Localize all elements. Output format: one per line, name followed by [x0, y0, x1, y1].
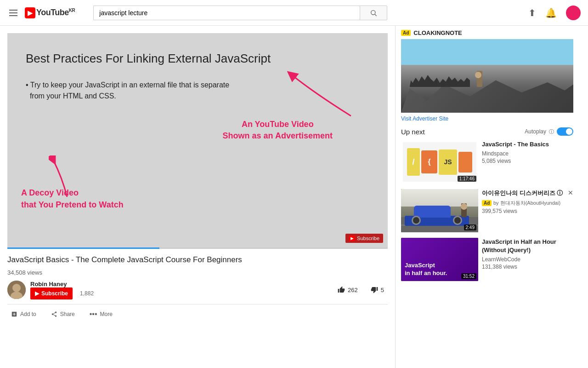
- annotation-ad: An YouTube VideoShown as an Advertisemen…: [223, 119, 333, 142]
- hamburger-menu[interactable]: [7, 8, 19, 18]
- video-meta: 34,508 views: [7, 269, 388, 276]
- subscribe-overlay[interactable]: ▶ Subscribe: [345, 234, 383, 243]
- youtube-logo[interactable]: ▶ YouTubeKR: [25, 7, 75, 18]
- up-next-header: Up next Autoplay ⓘ: [401, 127, 573, 136]
- arrow-decoy-svg: [49, 155, 81, 201]
- action-row: Add to Share ••• More: [7, 304, 388, 320]
- thumb-duration-1: 1:17:46: [458, 176, 476, 182]
- video-card-ad-badge-row: Ad by 현대자동차(AboutHyundai): [482, 199, 564, 207]
- thumb-duration-3: 31:52: [461, 273, 476, 279]
- like-dislike-area: 262 5: [334, 284, 388, 295]
- autoplay-toggle[interactable]: [557, 127, 573, 136]
- dislike-count: 5: [381, 287, 384, 293]
- video-card-channel-1: Mindspace: [482, 150, 573, 157]
- dismiss-button-2[interactable]: ✕: [568, 189, 573, 232]
- toggle-knob: [566, 128, 572, 135]
- video-card-title-3: JavaScript in Half an Hour (Without jQue…: [482, 238, 573, 254]
- video-card-title-2: 아이유인나의 디스커버리즈 ⓘ: [482, 189, 564, 197]
- ad-badge: Ad: [401, 30, 411, 36]
- video-progress-fill: [7, 247, 159, 249]
- subscribe-button[interactable]: ▶ Subscribe: [30, 288, 73, 299]
- like-count: 262: [348, 287, 358, 293]
- arrow-ad-svg: [277, 65, 360, 121]
- yt-small-icon: ▶: [349, 236, 355, 241]
- sidebar: Ad CLOAKINGNOTE Visit Advertiser Site Up…: [395, 26, 579, 368]
- notifications-icon[interactable]: 🔔: [545, 7, 557, 18]
- youtube-icon: ▶: [25, 7, 35, 18]
- user-avatar[interactable]: [566, 6, 581, 20]
- autoplay-label: Autoplay: [525, 128, 546, 135]
- main-layout: Best Practices For Linking External Java…: [0, 26, 588, 368]
- video-area: Best Practices For Linking External Java…: [0, 26, 395, 368]
- add-to-button[interactable]: Add to: [7, 309, 40, 319]
- like-button[interactable]: 262: [334, 284, 362, 295]
- video-player[interactable]: Best Practices For Linking External Java…: [7, 33, 388, 247]
- recommendation-card-3[interactable]: JavaScriptin half an hour. 31:52 JavaScr…: [401, 238, 573, 281]
- more-label: More: [100, 311, 113, 317]
- header-right: ⬆ 🔔: [528, 6, 581, 20]
- video-card-info-2: 아이유인나의 디스커버리즈 ⓘ Ad by 현대자동차(AboutHyundai…: [482, 189, 564, 232]
- slide-content: Best Practices For Linking External Java…: [7, 33, 388, 247]
- add-to-label: Add to: [20, 311, 36, 317]
- header-left: ▶ YouTubeKR: [7, 7, 75, 18]
- subscribe-overlay-label: Subscribe: [357, 236, 379, 241]
- video-card-channel-2: by 현대자동차(AboutHyundai): [493, 200, 560, 206]
- youtube-wordmark: YouTubeKR: [36, 8, 75, 17]
- visit-advertiser-link[interactable]: Visit Advertiser Site: [401, 115, 573, 122]
- video-title: JavaScript Basics - The Complete JavaScr…: [7, 254, 388, 265]
- svg-point-3: [12, 284, 21, 292]
- up-next-title: Up next: [401, 128, 425, 136]
- share-button[interactable]: Share: [47, 309, 79, 319]
- view-count: 34,508 views: [7, 269, 42, 276]
- autoplay-row: Autoplay ⓘ: [525, 127, 573, 136]
- yt-btn-icon: ▶: [35, 290, 39, 297]
- search-button[interactable]: [360, 6, 387, 20]
- subscribe-btn-label: Subscribe: [41, 290, 68, 297]
- subscriber-count: 1,882: [80, 290, 94, 297]
- thumb-duration-2: 2:49: [464, 224, 476, 230]
- recommendation-card-2[interactable]: 2:49 아이유인나의 디스커버리즈 ⓘ Ad by 현대자동차(AboutHy…: [401, 189, 573, 232]
- channel-info: Robin Haney ▶ Subscribe 1,882: [30, 281, 94, 299]
- thumb-js3: JavaScriptin half an hour. 31:52: [401, 238, 478, 281]
- channel-name[interactable]: Robin Haney: [30, 281, 94, 288]
- svg-line-1: [375, 14, 377, 16]
- thumb-js1: / { JS 1:17:46: [401, 140, 478, 184]
- video-card-info-1: JavaScript - The Basics Mindspace 5,085 …: [482, 140, 573, 184]
- autoplay-info-icon[interactable]: ⓘ: [549, 128, 554, 135]
- recommendation-card-1[interactable]: / { JS 1:17:46 JavaScript - The Basics M…: [401, 140, 573, 184]
- search-bar: [93, 6, 387, 20]
- upload-icon[interactable]: ⬆: [528, 7, 536, 18]
- ad-label: Ad CLOAKINGNOTE: [401, 29, 573, 36]
- svg-point-0: [371, 10, 375, 14]
- region-label: KR: [69, 8, 75, 13]
- video-card-title-1: JavaScript - The Basics: [482, 140, 573, 149]
- video-card-views-2: 399,575 views: [482, 208, 564, 214]
- channel-row: Robin Haney ▶ Subscribe 1,882 262: [7, 281, 388, 299]
- more-button[interactable]: ••• More: [86, 308, 116, 320]
- video-card-views-3: 131,388 views: [482, 264, 573, 270]
- slide-title: Best Practices For Linking External Java…: [26, 52, 369, 66]
- channel-avatar[interactable]: [7, 281, 26, 299]
- search-input[interactable]: [93, 6, 360, 20]
- header: ▶ YouTubeKR ⬆ 🔔: [0, 0, 588, 26]
- ad-thumbnail[interactable]: [401, 39, 573, 113]
- video-card-channel-3: LearnWebCode: [482, 256, 573, 263]
- video-progress-bar[interactable]: [7, 247, 388, 249]
- video-card-info-3: JavaScript in Half an Hour (Without jQue…: [482, 238, 573, 281]
- share-label: Share: [60, 311, 75, 317]
- ad-card-badge: Ad: [482, 200, 492, 206]
- thumb-hyundai: 2:49: [401, 189, 478, 232]
- dislike-button[interactable]: 5: [367, 284, 388, 295]
- video-card-views-1: 5,085 views: [482, 158, 573, 164]
- ad-channel-name: CLOAKINGNOTE: [413, 29, 462, 36]
